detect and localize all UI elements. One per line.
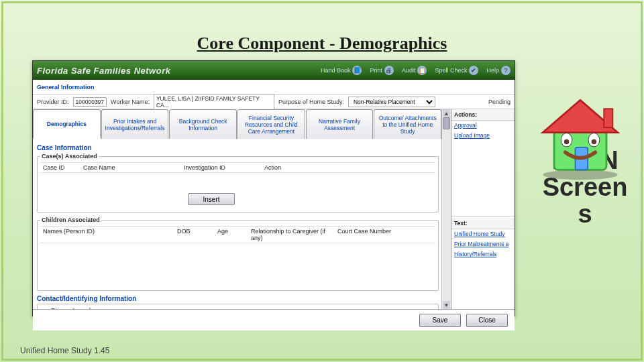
- col-names: Names (Person ID): [40, 227, 174, 243]
- slide-footer: Unified Home Study 1.45: [20, 346, 109, 355]
- print-icon: 🖨: [384, 66, 394, 75]
- col-relationship: Relationship to Caregiver (if any): [248, 227, 335, 243]
- slide-title: Core Component - Demographics: [0, 34, 644, 54]
- col-action: Action: [262, 163, 435, 172]
- general-info-row: Provider ID: 100000397 Worker Name: YULE…: [33, 95, 515, 109]
- help-button[interactable]: Help?: [486, 66, 511, 75]
- footer-bar: Save Close: [33, 309, 515, 330]
- spellcheck-icon: ✔: [469, 66, 478, 75]
- history-link[interactable]: History/Referrals: [451, 249, 515, 259]
- general-info-bar: General Information: [33, 80, 515, 95]
- cases-header-row: Case ID Case Name Investigation ID Actio…: [40, 162, 435, 173]
- worker-name-label: Worker Name:: [111, 99, 150, 105]
- tab-background-check[interactable]: Background Check Information: [169, 109, 237, 139]
- tab-prior-intakes[interactable]: Prior Intakes and Investigations/Referra…: [101, 109, 169, 139]
- svg-point-0: [543, 170, 617, 180]
- pending-label: Pending: [488, 99, 511, 105]
- col-case-id: Case ID: [40, 163, 80, 172]
- general-info-heading: General Information: [37, 84, 95, 90]
- close-button[interactable]: Close: [466, 314, 508, 327]
- scroll-down-icon[interactable]: ▼: [443, 301, 450, 309]
- handbook-button[interactable]: Hand Book📘: [321, 66, 362, 75]
- purpose-label: Purpose of Home Study:: [278, 99, 344, 105]
- app-header: Florida Safe Families Network Hand Book📘…: [33, 61, 515, 80]
- main-scroll-panel: Demographics Prior Intakes and Investiga…: [33, 109, 451, 309]
- tab-strip: Demographics Prior Intakes and Investiga…: [33, 109, 441, 139]
- actions-panel: Actions: Approval Upload Image Text: Uni…: [451, 109, 515, 309]
- col-age: Age: [215, 227, 248, 243]
- tab-demographics[interactable]: Demographics: [33, 109, 101, 139]
- tab-financial[interactable]: Financial Security Resources and Child C…: [237, 109, 305, 139]
- print-button[interactable]: Print🖨: [370, 66, 394, 75]
- svg-point-7: [564, 139, 569, 144]
- children-associated-title: Children Associated: [40, 217, 101, 223]
- app-title: Florida Safe Families Network: [37, 66, 321, 76]
- prior-maltreatments-link[interactable]: Prior Maltreatments a: [451, 239, 515, 249]
- purpose-select[interactable]: Non-Relative Placement: [348, 97, 435, 107]
- insert-button[interactable]: Insert: [188, 193, 235, 205]
- col-dob: DOB: [174, 227, 215, 243]
- tab-outcome[interactable]: Outcome/ Attachments to the Unified Home…: [374, 109, 441, 139]
- provider-id-label: Provider ID:: [37, 99, 69, 105]
- upload-image-link[interactable]: Upload Image: [451, 131, 515, 141]
- col-case-name: Case Name: [80, 163, 181, 172]
- audit-button[interactable]: Audit📋: [402, 66, 427, 75]
- help-icon: ?: [501, 66, 511, 75]
- contact-person[interactable]: Rivera, Amanda: [42, 307, 434, 309]
- spellcheck-button[interactable]: Spell Check✔: [435, 66, 478, 75]
- actions-heading: Actions:: [451, 109, 515, 121]
- scroll-up-icon[interactable]: ▲: [443, 109, 450, 117]
- text-heading: Text:: [451, 218, 515, 229]
- contact-group: Rivera, Amanda Date of Birth: 05/27/1985…: [37, 304, 439, 309]
- audit-icon: 📋: [417, 66, 427, 75]
- cases-associated-title: Case(s) Associated: [40, 153, 99, 160]
- contact-info-heading: Contact/Identifying Information: [37, 295, 439, 302]
- tab-narrative[interactable]: Narrative Family Assessment: [306, 109, 374, 139]
- vertical-scrollbar[interactable]: ▲ ▼: [441, 109, 451, 309]
- app-window: Florida Safe Families Network Hand Book📘…: [32, 60, 515, 316]
- svg-rect-4: [604, 109, 612, 127]
- save-button[interactable]: Save: [419, 314, 461, 327]
- col-court-case: Court Case Number: [335, 227, 435, 243]
- svg-point-8: [592, 139, 596, 144]
- worker-name-value: YULEE, LISA | ZIIFSID FAMILY SAFETY CA..…: [154, 94, 274, 110]
- children-header-row: Names (Person ID) DOB Age Relationship t…: [40, 226, 435, 243]
- uhs-link[interactable]: Unified Home Study: [451, 229, 515, 239]
- children-associated-group: Children Associated Names (Person ID) DO…: [37, 217, 439, 291]
- cases-associated-group: Case(s) Associated Case ID Case Name Inv…: [37, 153, 439, 213]
- case-info-heading: Case Information: [37, 144, 439, 152]
- col-investigation-id: Investigation ID: [181, 163, 262, 172]
- provider-id-value: 100000397: [73, 97, 107, 107]
- scroll-thumb[interactable]: [443, 117, 450, 129]
- approval-link[interactable]: Approval: [451, 121, 515, 131]
- house-icon: [530, 94, 631, 181]
- book-icon: 📘: [352, 66, 362, 75]
